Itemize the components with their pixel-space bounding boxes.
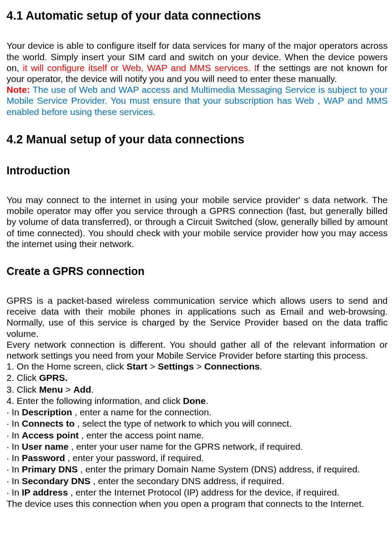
step-3: 3. Click Menu > Add. bbox=[7, 384, 388, 395]
ui-label-start: Start bbox=[126, 361, 147, 371]
text: · In bbox=[7, 487, 22, 497]
highlight-red: it will configure itself or Web, WAP and… bbox=[23, 63, 257, 73]
text: 2. Click bbox=[7, 373, 39, 383]
bullet-description: · In Description , enter a name for the … bbox=[7, 407, 388, 418]
field-label: Secondary DNS bbox=[22, 476, 91, 486]
note-label: Note: bbox=[7, 85, 30, 95]
para-gprs-1: GPRS is a packet-based wireless communic… bbox=[7, 295, 388, 339]
text: > bbox=[147, 361, 158, 371]
bullet-password: · In Password , enter your password, if … bbox=[7, 452, 388, 464]
heading-4-2: 4.2 Manual setup of your data connection… bbox=[7, 132, 388, 146]
text: , enter the primary Domain Name System (… bbox=[78, 464, 360, 474]
steps-list: 1. On the Home screen, click Start > Set… bbox=[7, 361, 388, 509]
text: , enter the secondary DNS address, if re… bbox=[91, 476, 284, 486]
ui-label-add: Add bbox=[73, 384, 91, 394]
bullet-primary-dns: · In Primary DNS , enter the primary Dom… bbox=[7, 464, 388, 475]
field-label: User name bbox=[22, 441, 68, 451]
step-4: 4. Enter the following information, and … bbox=[7, 395, 388, 407]
text: · In bbox=[7, 418, 22, 428]
heading-4-1: 4.1 Automatic setup of your data connect… bbox=[7, 9, 388, 23]
bullet-secondary-dns: · In Secondary DNS , enter the secondary… bbox=[7, 475, 388, 487]
note: Note: The use of Web and WAP access and … bbox=[7, 84, 388, 117]
text: 3. Click bbox=[7, 384, 39, 394]
text: , enter your password, if required. bbox=[65, 453, 204, 463]
text: · In bbox=[7, 430, 22, 440]
ui-label-done: Done bbox=[183, 396, 206, 406]
step-2: 2. Click GPRS. bbox=[7, 372, 388, 384]
field-label: Connects to bbox=[22, 418, 74, 428]
ui-label-gprs: GPRS. bbox=[39, 373, 68, 383]
text: 4. Enter the following information, and … bbox=[7, 396, 183, 406]
text: > bbox=[194, 361, 204, 371]
para-intro: You may connect to the internet in using… bbox=[7, 194, 388, 249]
step-1: 1. On the Home screen, click Start > Set… bbox=[7, 361, 388, 372]
text: , select the type of network to which yo… bbox=[74, 418, 291, 428]
text: · In bbox=[7, 476, 22, 486]
para-last: The device uses this connection when you… bbox=[7, 498, 388, 509]
text: . bbox=[206, 396, 209, 406]
text: . bbox=[260, 361, 262, 371]
text: · In bbox=[7, 464, 22, 474]
text: , enter a name for the connection. bbox=[72, 407, 212, 417]
text: , enter the access point name. bbox=[79, 430, 204, 440]
field-label: Password bbox=[22, 453, 65, 463]
text: , enter the Internet Protocol (IP) addre… bbox=[68, 487, 339, 497]
field-label: Access point bbox=[22, 430, 79, 440]
bullet-access-point: · In Access point , enter the access poi… bbox=[7, 430, 388, 441]
text: . bbox=[91, 384, 94, 394]
heading-introduction: Introduction bbox=[7, 164, 388, 177]
text: · In bbox=[7, 441, 22, 451]
para-gprs-2: Every network connection is different. Y… bbox=[7, 339, 388, 361]
field-label: IP address bbox=[22, 487, 68, 497]
ui-label-settings: Settings bbox=[158, 361, 194, 371]
heading-create-gprs: Create a GPRS connection bbox=[7, 265, 388, 278]
field-label: Description bbox=[22, 407, 72, 417]
ui-label-connections: Connections bbox=[204, 361, 260, 371]
bullet-ip-address: · In IP address , enter the Internet Pro… bbox=[7, 487, 388, 498]
text: , enter your user name for the GPRS netw… bbox=[68, 441, 303, 451]
field-label: Primary DNS bbox=[22, 464, 78, 474]
para-4-1: Your device is able to configure itself … bbox=[7, 40, 388, 84]
text: 1. On the Home screen, click bbox=[7, 361, 126, 371]
ui-label-menu: Menu bbox=[39, 384, 63, 394]
text: > bbox=[63, 384, 74, 394]
text: · In bbox=[7, 453, 22, 463]
bullet-user-name: · In User name , enter your user name fo… bbox=[7, 441, 388, 452]
bullet-connects-to: · In Connects to , select the type of ne… bbox=[7, 418, 388, 429]
text: · In bbox=[7, 407, 22, 417]
note-text: The use of Web and WAP access and Multim… bbox=[7, 85, 388, 116]
